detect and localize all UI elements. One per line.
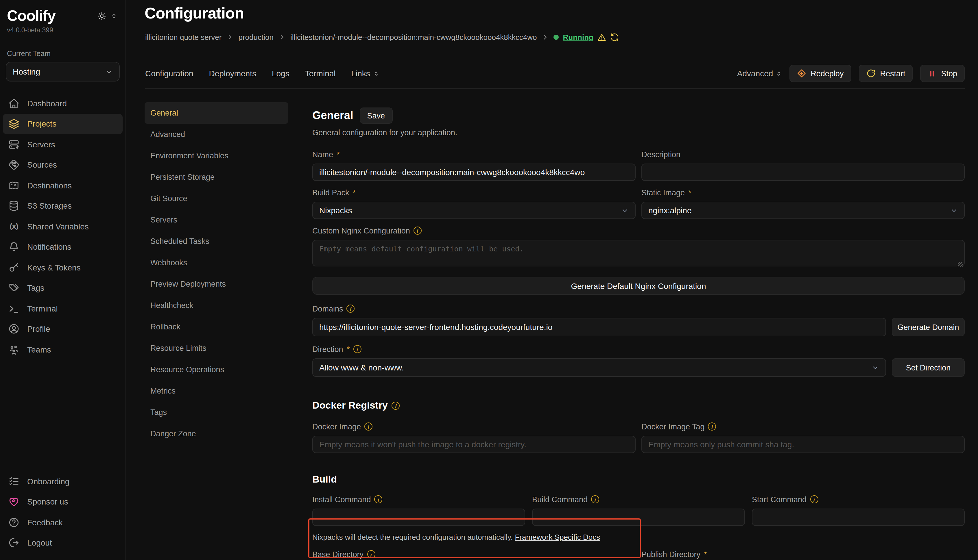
stop-label: Stop bbox=[941, 69, 957, 78]
description-input[interactable] bbox=[641, 163, 965, 181]
status-running-link[interactable]: Running bbox=[563, 33, 593, 42]
sidebar-item-s3-storages[interactable]: S3 Storages bbox=[3, 196, 123, 216]
team-select[interactable]: Hosting bbox=[6, 62, 120, 82]
chevrons-up-down-icon bbox=[775, 70, 782, 77]
direction-label: Direction * i bbox=[312, 345, 965, 354]
subnav-tags[interactable]: Tags bbox=[145, 402, 288, 423]
restart-button[interactable]: Restart bbox=[859, 65, 913, 82]
variable-icon: (x) bbox=[8, 221, 20, 232]
generate-nginx-button[interactable]: Generate Default Nginx Configuration bbox=[312, 277, 965, 295]
subnav-general[interactable]: General bbox=[145, 102, 288, 124]
main-content: Configuration illicitonion quote server … bbox=[126, 0, 978, 560]
required-asterisk: * bbox=[337, 150, 340, 159]
sidebar-item-notifications[interactable]: Notifications bbox=[3, 237, 123, 257]
name-input[interactable] bbox=[312, 163, 635, 181]
install-command-input[interactable] bbox=[312, 508, 525, 526]
subnav-webhooks[interactable]: Webhooks bbox=[145, 252, 288, 273]
start-command-input[interactable] bbox=[752, 508, 965, 526]
sidebar-item-label: Feedback bbox=[27, 518, 63, 527]
redeploy-label: Redeploy bbox=[811, 69, 844, 78]
page-title: Configuration bbox=[145, 5, 244, 23]
info-icon: i bbox=[392, 402, 400, 410]
info-icon: i bbox=[413, 227, 421, 235]
restart-label: Restart bbox=[880, 69, 905, 78]
direction-value: Allow www & non-www. bbox=[319, 363, 404, 372]
generate-domain-button[interactable]: Generate Domain bbox=[892, 318, 965, 337]
info-icon: i bbox=[367, 550, 375, 558]
subnav-preview-deployments[interactable]: Preview Deployments bbox=[145, 273, 288, 295]
section-subtitle: General configuration for your applicati… bbox=[312, 128, 965, 137]
sidebar-item-servers[interactable]: Servers bbox=[3, 134, 123, 155]
tab-logs[interactable]: Logs bbox=[272, 69, 289, 78]
subnav-resource-limits[interactable]: Resource Limits bbox=[145, 338, 288, 359]
required-asterisk: * bbox=[353, 188, 356, 197]
chevron-right-icon bbox=[279, 34, 285, 40]
breadcrumb-application[interactable]: illicitestonion/-module--decomposition:m… bbox=[290, 33, 537, 42]
sidebar-item-label: Teams bbox=[27, 345, 51, 354]
sidebar-item-destinations[interactable]: Destinations bbox=[3, 175, 123, 196]
static-image-select[interactable]: nginx:alpine bbox=[641, 202, 965, 219]
sidebar-item-feedback[interactable]: Feedback bbox=[3, 512, 123, 533]
warning-icon bbox=[597, 33, 606, 42]
sidebar-item-shared-variables[interactable]: (x) Shared Variables bbox=[3, 216, 123, 237]
docker-image-input[interactable] bbox=[312, 436, 635, 453]
sidebar-item-teams[interactable]: Teams bbox=[3, 339, 123, 360]
subnav-metrics[interactable]: Metrics bbox=[145, 380, 288, 402]
save-button[interactable]: Save bbox=[360, 107, 393, 124]
direction-select[interactable]: Allow www & non-www. bbox=[312, 358, 886, 377]
tab-links[interactable]: Links bbox=[351, 69, 379, 78]
sidebar-item-dashboard[interactable]: Dashboard bbox=[3, 93, 123, 113]
sidebar-item-tags[interactable]: Tags bbox=[3, 278, 123, 298]
sidebar-item-sponsor-us[interactable]: Sponsor us bbox=[3, 492, 123, 512]
custom-nginx-textarea[interactable] bbox=[312, 240, 965, 267]
build-command-input[interactable] bbox=[532, 508, 745, 526]
domains-input[interactable] bbox=[312, 318, 886, 337]
tab-deployments[interactable]: Deployments bbox=[209, 69, 256, 78]
sidebar-item-projects[interactable]: Projects bbox=[3, 113, 123, 134]
breadcrumb-environment[interactable]: production bbox=[238, 33, 273, 42]
breadcrumb-project[interactable]: illicitonion quote server bbox=[145, 33, 222, 42]
subnav-scheduled-tasks[interactable]: Scheduled Tasks bbox=[145, 231, 288, 252]
resize-handle-icon[interactable] bbox=[958, 262, 963, 267]
tab-configuration[interactable]: Configuration bbox=[145, 69, 194, 78]
stop-button[interactable]: Stop bbox=[920, 65, 965, 82]
subnav-advanced[interactable]: Advanced bbox=[145, 124, 288, 145]
users-icon bbox=[8, 344, 20, 355]
advanced-dropdown[interactable]: Advanced bbox=[737, 69, 782, 78]
tab-terminal[interactable]: Terminal bbox=[305, 69, 336, 78]
tab-bar: Configuration Deployments Logs Terminal … bbox=[145, 65, 965, 82]
subnav-servers[interactable]: Servers bbox=[145, 209, 288, 231]
refresh-icon[interactable] bbox=[610, 33, 619, 42]
sidebar-item-logout[interactable]: Logout bbox=[3, 533, 123, 553]
sidebar-item-profile[interactable]: Profile bbox=[3, 319, 123, 339]
chevron-down-icon bbox=[105, 68, 113, 75]
publish-directory-label: Publish Directory * bbox=[641, 550, 965, 559]
sidebar-item-terminal[interactable]: Terminal bbox=[3, 298, 123, 319]
subnav-git-source[interactable]: Git Source bbox=[145, 188, 288, 209]
subnav-persistent-storage[interactable]: Persistent Storage bbox=[145, 167, 288, 188]
redeploy-button[interactable]: Redeploy bbox=[789, 65, 851, 82]
redeploy-icon bbox=[797, 69, 806, 78]
subnav-resource-operations[interactable]: Resource Operations bbox=[145, 359, 288, 380]
sidebar-item-keys-tokens[interactable]: Keys & Tokens bbox=[3, 257, 123, 278]
server-icon bbox=[8, 139, 20, 150]
subnav-danger-zone[interactable]: Danger Zone bbox=[145, 423, 288, 444]
sidebar-nav: Dashboard Projects Servers Sources Desti… bbox=[0, 93, 125, 360]
theme-switcher[interactable] bbox=[97, 12, 117, 21]
app-logo: Coolify bbox=[7, 7, 55, 25]
subnav-rollback[interactable]: Rollback bbox=[145, 316, 288, 338]
build-pack-select[interactable]: Nixpacks bbox=[312, 202, 635, 219]
chevron-right-icon bbox=[227, 34, 233, 40]
description-label: Description bbox=[641, 150, 965, 159]
logout-icon bbox=[8, 537, 20, 549]
framework-docs-link[interactable]: Framework Specific Docs bbox=[515, 533, 600, 542]
subnav-healthcheck[interactable]: Healthcheck bbox=[145, 295, 288, 316]
sidebar-footer-nav: Onboarding Sponsor us Feedback Logout bbox=[0, 471, 125, 553]
layers-icon bbox=[8, 118, 20, 130]
subnav-environment-variables[interactable]: Environment Variables bbox=[145, 145, 288, 167]
sidebar-item-sources[interactable]: Sources bbox=[3, 155, 123, 175]
docker-image-tag-input[interactable] bbox=[641, 436, 965, 453]
sidebar-item-onboarding[interactable]: Onboarding bbox=[3, 471, 123, 492]
chevron-right-icon bbox=[542, 34, 548, 40]
set-direction-button[interactable]: Set Direction bbox=[892, 358, 965, 377]
